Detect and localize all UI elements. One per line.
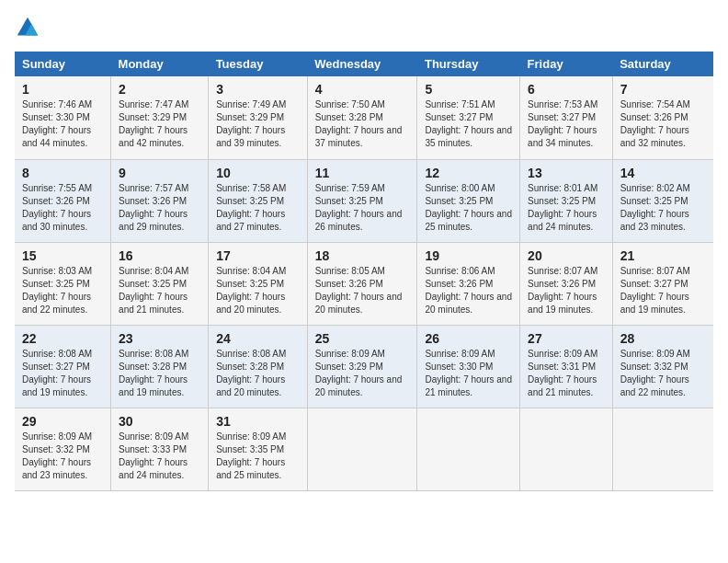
daylight-label: Daylight: 7 hours and 24 minutes. xyxy=(119,457,188,480)
calendar-cell: 13 Sunrise: 8:01 AM Sunset: 3:25 PM Dayl… xyxy=(520,159,613,242)
sunset-label: Sunset: 3:26 PM xyxy=(22,196,90,206)
sunrise-label: Sunrise: 7:57 AM xyxy=(119,183,188,193)
sunset-label: Sunset: 3:29 PM xyxy=(119,112,187,122)
day-info: Sunrise: 8:09 AM Sunset: 3:29 PM Dayligh… xyxy=(315,348,410,399)
daylight-label: Daylight: 7 hours and 20 minutes. xyxy=(315,292,403,315)
sunset-label: Sunset: 3:25 PM xyxy=(216,196,284,206)
sunset-label: Sunset: 3:27 PM xyxy=(528,112,596,122)
calendar-cell xyxy=(307,408,417,490)
day-number: 19 xyxy=(425,248,512,263)
day-info: Sunrise: 8:02 AM Sunset: 3:25 PM Dayligh… xyxy=(620,182,706,234)
day-info: Sunrise: 8:09 AM Sunset: 3:35 PM Dayligh… xyxy=(216,431,300,482)
calendar-cell: 28 Sunrise: 8:09 AM Sunset: 3:32 PM Dayl… xyxy=(612,325,713,408)
sunrise-label: Sunrise: 8:00 AM xyxy=(425,183,495,193)
day-number: 15 xyxy=(22,248,103,263)
day-number: 3 xyxy=(216,82,300,97)
day-info: Sunrise: 7:57 AM Sunset: 3:26 PM Dayligh… xyxy=(119,182,200,234)
day-info: Sunrise: 7:58 AM Sunset: 3:25 PM Dayligh… xyxy=(216,182,300,234)
calendar-cell: 6 Sunrise: 7:53 AM Sunset: 3:27 PM Dayli… xyxy=(520,76,613,159)
calendar-cell: 20 Sunrise: 8:07 AM Sunset: 3:26 PM Dayl… xyxy=(520,242,613,325)
day-number: 10 xyxy=(216,166,300,180)
day-number: 30 xyxy=(119,414,200,429)
sunrise-label: Sunrise: 8:03 AM xyxy=(22,266,92,276)
header-wednesday: Wednesday xyxy=(307,52,417,76)
sunrise-label: Sunrise: 8:01 AM xyxy=(528,183,597,193)
sunset-label: Sunset: 3:26 PM xyxy=(528,279,596,289)
logo xyxy=(15,15,44,40)
sunset-label: Sunset: 3:30 PM xyxy=(22,112,90,122)
day-number: 26 xyxy=(425,331,512,346)
day-number: 5 xyxy=(425,82,512,97)
daylight-label: Daylight: 7 hours and 30 minutes. xyxy=(22,209,91,232)
sunrise-label: Sunrise: 7:55 AM xyxy=(22,183,92,193)
day-number: 21 xyxy=(620,248,706,263)
calendar-cell: 16 Sunrise: 8:04 AM Sunset: 3:25 PM Dayl… xyxy=(111,242,209,325)
sunset-label: Sunset: 3:28 PM xyxy=(216,362,284,372)
day-info: Sunrise: 7:49 AM Sunset: 3:29 PM Dayligh… xyxy=(216,98,300,150)
calendar-cell: 26 Sunrise: 8:09 AM Sunset: 3:30 PM Dayl… xyxy=(417,325,520,408)
day-number: 27 xyxy=(528,331,605,346)
day-number: 29 xyxy=(22,414,103,429)
day-info: Sunrise: 8:09 AM Sunset: 3:30 PM Dayligh… xyxy=(425,348,512,399)
daylight-label: Daylight: 7 hours and 20 minutes. xyxy=(425,292,512,315)
day-info: Sunrise: 8:03 AM Sunset: 3:25 PM Dayligh… xyxy=(22,265,103,316)
sunrise-label: Sunrise: 7:49 AM xyxy=(216,99,286,109)
calendar-cell: 2 Sunrise: 7:47 AM Sunset: 3:29 PM Dayli… xyxy=(111,76,209,159)
daylight-label: Daylight: 7 hours and 19 minutes. xyxy=(620,292,689,315)
calendar-cell: 24 Sunrise: 8:08 AM Sunset: 3:28 PM Dayl… xyxy=(209,325,308,408)
sunrise-label: Sunrise: 8:09 AM xyxy=(119,431,188,442)
sunset-label: Sunset: 3:26 PM xyxy=(620,112,688,122)
sunset-label: Sunset: 3:30 PM xyxy=(425,362,493,372)
day-info: Sunrise: 7:59 AM Sunset: 3:25 PM Dayligh… xyxy=(315,182,410,234)
header-friday: Friday xyxy=(520,52,613,76)
sunrise-label: Sunrise: 7:51 AM xyxy=(425,99,495,109)
daylight-label: Daylight: 7 hours and 25 minutes. xyxy=(425,209,512,232)
sunrise-label: Sunrise: 7:59 AM xyxy=(315,183,385,193)
calendar-cell: 15 Sunrise: 8:03 AM Sunset: 3:25 PM Dayl… xyxy=(15,242,111,325)
calendar-cell: 30 Sunrise: 8:09 AM Sunset: 3:33 PM Dayl… xyxy=(111,408,209,490)
day-info: Sunrise: 7:51 AM Sunset: 3:27 PM Dayligh… xyxy=(425,98,512,150)
calendar-week-row: 22 Sunrise: 8:08 AM Sunset: 3:27 PM Dayl… xyxy=(15,325,713,408)
calendar-cell: 29 Sunrise: 8:09 AM Sunset: 3:32 PM Dayl… xyxy=(15,408,111,490)
sunset-label: Sunset: 3:27 PM xyxy=(620,279,688,289)
calendar-cell: 14 Sunrise: 8:02 AM Sunset: 3:25 PM Dayl… xyxy=(612,159,713,242)
daylight-label: Daylight: 7 hours and 20 minutes. xyxy=(315,374,403,397)
day-number: 6 xyxy=(528,82,605,97)
header-thursday: Thursday xyxy=(417,52,520,76)
sunset-label: Sunset: 3:25 PM xyxy=(119,279,187,289)
sunset-label: Sunset: 3:25 PM xyxy=(425,196,493,206)
calendar-cell: 23 Sunrise: 8:08 AM Sunset: 3:28 PM Dayl… xyxy=(111,325,209,408)
day-info: Sunrise: 8:08 AM Sunset: 3:28 PM Dayligh… xyxy=(216,348,300,399)
sunset-label: Sunset: 3:25 PM xyxy=(315,196,383,206)
calendar-cell: 3 Sunrise: 7:49 AM Sunset: 3:29 PM Dayli… xyxy=(209,76,308,159)
sunrise-label: Sunrise: 8:08 AM xyxy=(119,349,188,359)
sunrise-label: Sunrise: 8:07 AM xyxy=(620,266,690,276)
day-info: Sunrise: 8:08 AM Sunset: 3:28 PM Dayligh… xyxy=(119,348,200,399)
calendar-cell: 9 Sunrise: 7:57 AM Sunset: 3:26 PM Dayli… xyxy=(111,159,209,242)
sunset-label: Sunset: 3:32 PM xyxy=(620,362,688,372)
daylight-label: Daylight: 7 hours and 21 minutes. xyxy=(119,292,188,315)
calendar-cell: 10 Sunrise: 7:58 AM Sunset: 3:25 PM Dayl… xyxy=(209,159,308,242)
calendar-cell xyxy=(520,408,613,490)
day-info: Sunrise: 7:53 AM Sunset: 3:27 PM Dayligh… xyxy=(528,98,605,150)
daylight-label: Daylight: 7 hours and 32 minutes. xyxy=(620,125,689,148)
day-number: 8 xyxy=(22,166,103,180)
day-info: Sunrise: 7:46 AM Sunset: 3:30 PM Dayligh… xyxy=(22,98,103,150)
sunset-label: Sunset: 3:31 PM xyxy=(528,362,596,372)
sunrise-label: Sunrise: 7:54 AM xyxy=(620,99,690,109)
sunrise-label: Sunrise: 8:09 AM xyxy=(528,349,597,359)
sunset-label: Sunset: 3:28 PM xyxy=(119,362,187,372)
day-number: 9 xyxy=(119,166,200,180)
daylight-label: Daylight: 7 hours and 22 minutes. xyxy=(620,374,689,397)
header-tuesday: Tuesday xyxy=(209,52,308,76)
day-number: 4 xyxy=(315,82,410,97)
calendar-week-row: 8 Sunrise: 7:55 AM Sunset: 3:26 PM Dayli… xyxy=(15,159,713,242)
day-number: 24 xyxy=(216,331,300,346)
daylight-label: Daylight: 7 hours and 27 minutes. xyxy=(216,209,285,232)
sunset-label: Sunset: 3:27 PM xyxy=(425,112,493,122)
calendar-cell: 18 Sunrise: 8:05 AM Sunset: 3:26 PM Dayl… xyxy=(307,242,417,325)
daylight-label: Daylight: 7 hours and 29 minutes. xyxy=(119,209,188,232)
daylight-label: Daylight: 7 hours and 42 minutes. xyxy=(119,125,188,148)
day-info: Sunrise: 8:09 AM Sunset: 3:32 PM Dayligh… xyxy=(620,348,706,399)
calendar-table: SundayMondayTuesdayWednesdayThursdayFrid… xyxy=(15,52,713,491)
